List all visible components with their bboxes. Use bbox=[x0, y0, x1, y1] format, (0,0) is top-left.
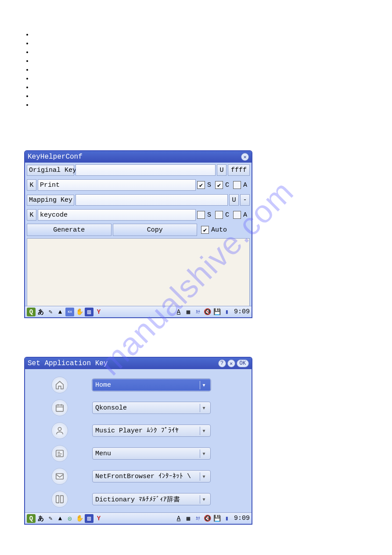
qtopia-icon[interactable]: Q bbox=[27, 514, 36, 523]
checkbox-s-2[interactable] bbox=[197, 211, 205, 219]
app-icon[interactable]: ▥ bbox=[85, 308, 94, 316]
input-mode-icon[interactable]: ｶﾅ bbox=[194, 514, 202, 523]
label-a: A bbox=[243, 181, 247, 189]
row-k1: K ✔S ✔C A bbox=[25, 178, 252, 192]
app-green-icon[interactable]: ◎ bbox=[65, 514, 74, 523]
taskbar-2: Q あ ✎ ▲ ◎ ✋ ▥ Y A ▦ ｶﾅ 🔇 💾 ▮ 9:09 bbox=[25, 512, 252, 524]
font-icon[interactable]: A bbox=[174, 308, 183, 316]
chevron-down-icon: ▾ bbox=[200, 450, 208, 458]
clock[interactable]: 9:09 bbox=[234, 515, 250, 522]
appkey-select-home[interactable]: Home ▾ bbox=[92, 379, 211, 391]
label-s: S bbox=[207, 181, 211, 189]
select-value: Home bbox=[95, 381, 111, 389]
checkbox-a-1[interactable] bbox=[233, 181, 241, 189]
checkbox-auto[interactable]: ✔ bbox=[201, 226, 209, 234]
checkbox-c-2[interactable] bbox=[215, 211, 223, 219]
select-value: Dictionary ﾏﾙﾁﾒﾃﾞｨｱ辞書 bbox=[95, 495, 180, 504]
ffff-box[interactable]: ffff bbox=[228, 164, 250, 176]
app-icon[interactable]: ▥ bbox=[85, 514, 94, 523]
label-a: A bbox=[243, 211, 247, 219]
ime-icon[interactable]: あ bbox=[36, 308, 45, 316]
titlebar[interactable]: Set Application Key ? ✕ OK bbox=[25, 358, 252, 369]
appkey-select-user[interactable]: Music Player ﾑｼｸ ﾌﾟﾗｲﾔ ▾ bbox=[92, 424, 211, 437]
volume-icon[interactable]: 🔇 bbox=[203, 514, 212, 523]
font-icon[interactable]: A bbox=[174, 514, 183, 523]
checkbox-a-2[interactable] bbox=[233, 211, 241, 219]
hand-icon[interactable]: ✋ bbox=[75, 514, 84, 523]
select-value: NetFrontBrowser ｲﾝﾀｰﾈｯﾄ \ bbox=[95, 472, 191, 480]
ok-button[interactable]: OK bbox=[237, 359, 249, 367]
pen-icon[interactable]: ✎ bbox=[46, 308, 55, 316]
appkey-row-mail: NetFrontBrowser ｲﾝﾀｰﾈｯﾄ \ ▾ bbox=[51, 465, 243, 488]
window-keyhelperconf: KeyHelperConf ✕ Original Key U ffff K ✔S… bbox=[24, 150, 252, 318]
copy-button[interactable]: Copy bbox=[113, 224, 198, 236]
ime-icon[interactable]: あ bbox=[36, 514, 45, 523]
triangle-up-icon[interactable]: ▲ bbox=[56, 308, 65, 316]
pen-icon[interactable]: ✎ bbox=[46, 514, 55, 523]
appkey-body: Home ▾ Qkonsole ▾ Music Player ﾑｼｸ ﾌﾟﾗｲﾔ… bbox=[25, 369, 252, 511]
card-icon[interactable]: 💾 bbox=[213, 514, 222, 523]
appkey-row-calendar: Qkonsole ▾ bbox=[51, 396, 243, 419]
label-c: C bbox=[225, 181, 229, 189]
yedit-icon[interactable]: Y bbox=[94, 514, 103, 523]
checkbox-c-1[interactable]: ✔ bbox=[215, 181, 223, 189]
k1-input[interactable] bbox=[38, 179, 196, 191]
clock[interactable]: 9:09 bbox=[234, 308, 250, 316]
taskbar-1: Q あ ✎ ▲ KH ✋ ▥ Y A ▦ ｶﾅ 🔇 💾 ▮ 9:09 bbox=[25, 306, 252, 317]
u-box[interactable]: U bbox=[217, 164, 227, 176]
battery-icon[interactable]: ▮ bbox=[223, 514, 231, 523]
original-key-input[interactable] bbox=[76, 164, 216, 176]
help-icon[interactable]: ? bbox=[218, 359, 226, 367]
k-box-2[interactable]: K bbox=[27, 209, 36, 221]
appkey-select-mail[interactable]: NetFrontBrowser ｲﾝﾀｰﾈｯﾄ \ ▾ bbox=[92, 470, 211, 482]
appkey-row-user: Music Player ﾑｼｸ ﾌﾟﾗｲﾔ ▾ bbox=[51, 419, 243, 442]
keyboard-icon[interactable]: ▦ bbox=[184, 308, 193, 316]
hand-icon[interactable]: ✋ bbox=[75, 308, 84, 316]
generate-button[interactable]: Generate bbox=[27, 224, 111, 236]
svg-rect-0 bbox=[56, 405, 64, 412]
original-key-label: Original Key bbox=[27, 165, 74, 176]
label-c: C bbox=[225, 211, 229, 219]
yedit-icon[interactable]: Y bbox=[94, 308, 103, 316]
svg-point-1 bbox=[58, 428, 61, 431]
keyboard-icon[interactable]: ▦ bbox=[184, 514, 193, 523]
chevron-down-icon: ▾ bbox=[200, 427, 208, 435]
appkey-select-calendar[interactable]: Qkonsole ▾ bbox=[92, 402, 211, 414]
card-icon[interactable]: 💾 bbox=[213, 308, 222, 316]
output-textarea[interactable] bbox=[27, 238, 250, 306]
user-icon bbox=[51, 422, 68, 439]
appkey-select-book[interactable]: Dictionary ﾏﾙﾁﾒﾃﾞｨｱ辞書 ▾ bbox=[92, 493, 211, 505]
window-title: KeyHelperConf bbox=[28, 153, 83, 161]
appkey-select-menu[interactable]: Menu ▾ bbox=[92, 447, 211, 460]
calendar-icon bbox=[51, 399, 68, 416]
row-buttons: Generate Copy ✔ Auto bbox=[25, 222, 231, 237]
kh-conf-icon[interactable]: KH bbox=[65, 308, 74, 316]
close-icon[interactable]: ✕ bbox=[227, 359, 235, 367]
k2-input[interactable] bbox=[38, 209, 196, 221]
row-original-key: Original Key U ffff bbox=[25, 163, 252, 178]
window-title: Set Application Key bbox=[28, 359, 108, 367]
mail-icon bbox=[51, 468, 68, 485]
chevron-down-icon: ▾ bbox=[200, 472, 208, 481]
appkey-row-menu: Menu ▾ bbox=[51, 442, 243, 465]
volume-icon[interactable]: 🔇 bbox=[203, 308, 212, 316]
titlebar[interactable]: KeyHelperConf ✕ bbox=[25, 151, 252, 163]
select-value: Menu bbox=[95, 450, 111, 457]
svg-rect-3 bbox=[56, 474, 64, 479]
dash-box[interactable]: - bbox=[240, 194, 250, 206]
k-box-1[interactable]: K bbox=[27, 179, 36, 191]
close-icon[interactable]: ✕ bbox=[241, 153, 249, 161]
triangle-up-icon[interactable]: ▲ bbox=[56, 514, 65, 523]
window-set-application-key: Set Application Key ? ✕ OK Home ▾ Qkonso… bbox=[24, 357, 252, 525]
row-k2: K S C A bbox=[25, 207, 252, 222]
select-value: Music Player ﾑｼｸ ﾌﾟﾗｲﾔ bbox=[95, 427, 179, 435]
chevron-down-icon: ▾ bbox=[200, 381, 208, 389]
row-mapping-key: Mapping Key U - bbox=[25, 192, 252, 207]
chevron-down-icon: ▾ bbox=[200, 495, 208, 504]
qtopia-icon[interactable]: Q bbox=[27, 308, 36, 316]
u-box-2[interactable]: U bbox=[229, 194, 239, 206]
checkbox-s-1[interactable]: ✔ bbox=[197, 181, 205, 189]
battery-icon[interactable]: ▮ bbox=[223, 308, 231, 316]
input-mode-icon[interactable]: ｶﾅ bbox=[194, 308, 202, 316]
mapping-key-input[interactable] bbox=[76, 194, 228, 206]
